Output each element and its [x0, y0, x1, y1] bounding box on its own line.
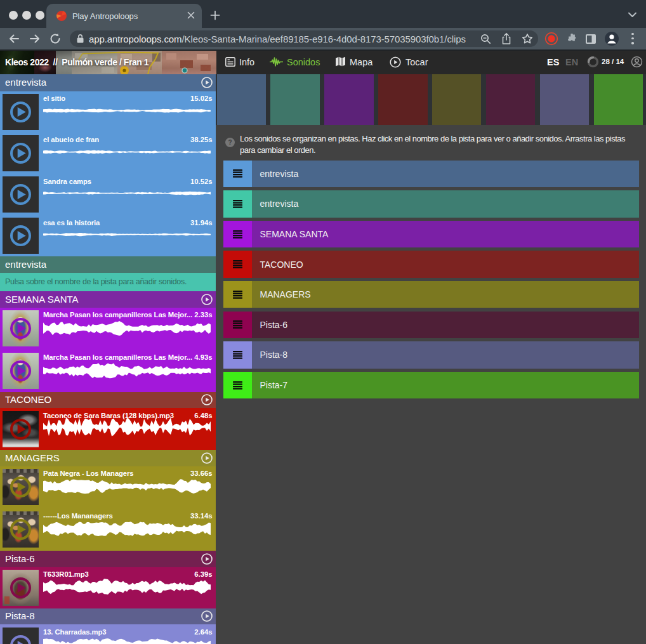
- svg-text:?: ?: [228, 139, 232, 146]
